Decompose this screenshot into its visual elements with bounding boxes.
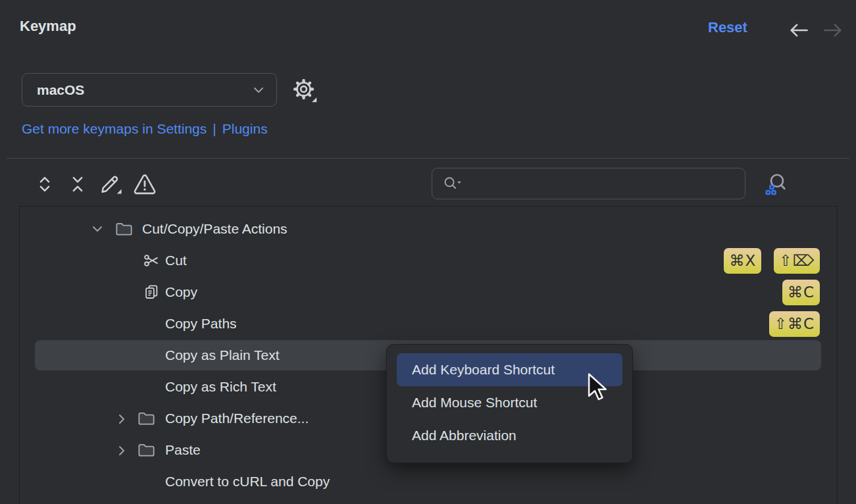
chevron-right-icon[interactable] [115,412,128,426]
tree-row-label: Copy Path/Reference... [165,403,309,434]
folder-icon [137,441,156,459]
expand-all-icon [35,174,55,195]
keymap-settings-gear-button[interactable] [290,76,319,105]
menu-item-add-mouse-shortcut[interactable]: Add Mouse Shortcut [397,386,622,419]
get-more-keymaps-link[interactable]: Get more keymaps in Settings [22,121,207,136]
forward-arrow-icon[interactable] [822,21,844,39]
show-conflicts-button[interactable] [133,172,157,196]
shortcut-search-field[interactable] [432,168,745,199]
shortcut-badges: ⌘C [782,276,820,308]
header-divider [7,158,849,159]
tree-row-label: Cut/Copy/Paste Actions [142,213,288,245]
tree-row-copy-paths[interactable]: Copy Paths ⇧⌘C [20,308,837,340]
keymaps-links-row: Get more keymaps in Settings|Plugins [22,121,268,137]
search-input[interactable] [470,176,737,191]
gear-icon [292,78,317,103]
tree-row-label: Copy Paths [165,308,237,340]
warning-triangle-icon [132,173,158,195]
chevron-right-icon[interactable] [115,443,128,458]
chevron-down-icon [251,86,266,95]
chevron-down-icon[interactable] [89,222,106,236]
shortcut-badge: ⇧⌘C [769,311,820,337]
tree-row-convert-to-curl-and-copy[interactable]: Convert to cURL and Copy [20,466,837,497]
tree-row-label: Copy as Plain Text [165,340,280,371]
tree-row-label: Copy as Rich Text [165,371,276,403]
collapse-all-button[interactable] [66,172,89,196]
tree-row-label: Copy [165,276,197,308]
folder-icon [114,220,134,238]
context-menu: Add Keyboard Shortcut Add Mouse Shortcut… [386,344,633,463]
shortcut-badges: ⇧⌘C [769,308,820,340]
search-icon [442,175,465,192]
scissors-icon [143,252,161,269]
pencil-icon [98,172,123,196]
find-by-shortcut-icon [761,170,789,198]
collapse-all-icon [68,174,88,195]
reset-button[interactable]: Reset [708,19,747,36]
link-separator: | [213,121,216,136]
tree-row-label: Paste [165,434,201,466]
folder-icon [137,410,156,427]
keymap-dropdown[interactable]: macOS [22,73,277,107]
tree-row-cut[interactable]: Cut ⌘X ⇧⌦ [20,245,837,276]
page-title: Keymap [20,18,76,35]
find-actions-by-shortcut-button[interactable] [761,170,790,199]
edit-shortcut-button[interactable] [99,172,122,196]
tree-row-copy[interactable]: Copy ⌘C [20,276,837,308]
expand-all-button[interactable] [33,172,57,196]
tree-row-label: Convert to cURL and Copy [165,466,330,497]
tree-row-cut-copy-paste-actions[interactable]: Cut/Copy/Paste Actions [20,213,837,245]
back-arrow-icon[interactable] [788,21,810,39]
keymap-dropdown-value: macOS [37,82,251,98]
shortcut-badge: ⌘X [724,248,761,274]
keymap-settings-page: Keymap Reset macOS [0,0,856,504]
menu-item-add-abbreviation[interactable]: Add Abbreviation [397,419,622,452]
plugins-link[interactable]: Plugins [222,121,268,136]
shortcut-badge: ⌘C [782,280,820,305]
tree-row-label: Cut [165,245,187,276]
copy-icon [143,284,161,301]
shortcut-badge: ⇧⌦ [774,248,820,274]
menu-item-add-keyboard-shortcut[interactable]: Add Keyboard Shortcut [397,353,622,386]
shortcut-badges: ⌘X ⇧⌦ [724,245,820,276]
